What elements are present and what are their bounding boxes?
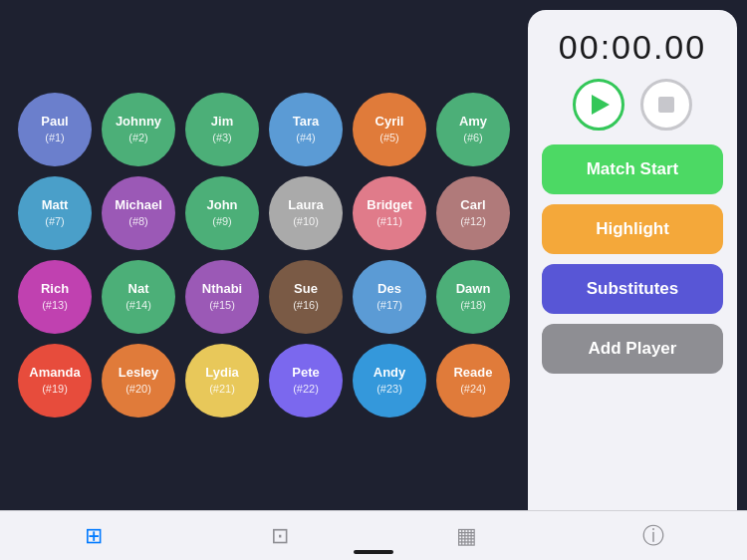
player-num-23: (#23) <box>376 382 402 396</box>
grid-tab-icon: ⊞ <box>85 525 103 547</box>
player-bubble-5[interactable]: Cyril(#5) <box>353 93 426 166</box>
player-name-22: Pete <box>292 365 319 382</box>
player-bubble-19[interactable]: Amanda(#19) <box>18 344 92 418</box>
player-bubble-24[interactable]: Reade(#24) <box>436 344 510 418</box>
player-bubble-18[interactable]: Dawn(#18) <box>436 260 510 334</box>
main-area: Paul(#1)Johnny(#2)Jim(#3)Tara(#4)Cyril(#… <box>0 0 747 510</box>
player-bubble-23[interactable]: Andy(#23) <box>353 344 426 418</box>
player-num-7: (#7) <box>45 214 65 228</box>
substitutes-button[interactable]: Substitutes <box>542 264 723 314</box>
player-name-21: Lydia <box>205 365 238 382</box>
player-bubble-2[interactable]: Johnny(#2) <box>102 93 175 166</box>
player-bubble-22[interactable]: Pete(#22) <box>269 344 343 418</box>
player-bubble-20[interactable]: Lesley(#20) <box>102 344 175 418</box>
player-name-10: Laura <box>288 197 323 214</box>
player-name-7: Matt <box>42 197 69 214</box>
player-name-5: Cyril <box>375 114 404 131</box>
player-num-21: (#21) <box>209 382 235 396</box>
player-num-14: (#14) <box>125 298 151 312</box>
player-name-16: Sue <box>294 281 318 298</box>
player-num-10: (#10) <box>293 214 319 228</box>
player-bubble-17[interactable]: Des(#17) <box>353 260 426 334</box>
player-num-24: (#24) <box>460 382 486 396</box>
player-num-16: (#16) <box>293 298 319 312</box>
chart-tab-icon: ▦ <box>456 525 477 547</box>
player-name-23: Andy <box>374 365 406 382</box>
player-bubble-13[interactable]: Rich(#13) <box>18 260 92 334</box>
player-num-15: (#15) <box>209 298 235 312</box>
player-name-9: John <box>206 197 237 214</box>
player-name-12: Carl <box>460 197 485 214</box>
player-name-11: Bridget <box>367 197 412 214</box>
player-num-8: (#8) <box>128 214 148 228</box>
player-bubble-4[interactable]: Tara(#4) <box>269 93 343 166</box>
player-grid-inner: Paul(#1)Johnny(#2)Jim(#3)Tara(#4)Cyril(#… <box>18 93 510 418</box>
player-num-4: (#4) <box>296 131 316 144</box>
player-name-20: Lesley <box>119 365 158 382</box>
player-name-17: Des <box>377 281 401 298</box>
player-bubble-3[interactable]: Jim(#3) <box>185 93 259 166</box>
player-num-20: (#20) <box>125 382 151 396</box>
tab-grid[interactable]: ⊞ <box>0 511 187 560</box>
player-num-3: (#3) <box>212 131 232 144</box>
player-num-11: (#11) <box>376 214 402 228</box>
tab-info[interactable]: ⓘ <box>561 511 748 560</box>
player-grid: Paul(#1)Johnny(#2)Jim(#3)Tara(#4)Cyril(#… <box>0 0 528 510</box>
player-name-1: Paul <box>41 114 68 131</box>
player-num-18: (#18) <box>460 298 486 312</box>
play-icon <box>592 95 610 115</box>
player-name-13: Rich <box>41 281 69 298</box>
tab-bar: ⊞ ⊡ ▦ ⓘ <box>0 510 747 560</box>
player-num-9: (#9) <box>212 214 232 228</box>
player-bubble-15[interactable]: Nthabi(#15) <box>185 260 259 334</box>
player-name-3: Jim <box>211 114 233 131</box>
info-tab-icon: ⓘ <box>642 525 664 547</box>
player-num-19: (#19) <box>42 382 68 396</box>
player-num-12: (#12) <box>460 214 486 228</box>
player-bubble-16[interactable]: Sue(#16) <box>269 260 343 334</box>
player-num-17: (#17) <box>376 298 402 312</box>
player-bubble-8[interactable]: Michael(#8) <box>102 176 175 250</box>
player-name-14: Nat <box>128 281 149 298</box>
player-bubble-12[interactable]: Carl(#12) <box>436 176 510 250</box>
tab-chart[interactable]: ▦ <box>374 511 561 560</box>
player-name-2: Johnny <box>116 114 161 131</box>
timer-controls <box>573 79 692 131</box>
player-num-1: (#1) <box>45 131 65 144</box>
play-button[interactable] <box>573 79 624 131</box>
player-name-6: Amy <box>459 114 487 131</box>
player-bubble-11[interactable]: Bridget(#11) <box>353 176 426 250</box>
player-bubble-1[interactable]: Paul(#1) <box>18 93 92 166</box>
player-bubble-9[interactable]: John(#9) <box>185 176 259 250</box>
player-bubble-6[interactable]: Amy(#6) <box>436 93 510 166</box>
stop-icon <box>658 97 674 113</box>
player-bubble-21[interactable]: Lydia(#21) <box>185 344 259 418</box>
player-num-6: (#6) <box>463 131 483 144</box>
add-player-button[interactable]: Add Player <box>542 324 723 374</box>
player-name-18: Dawn <box>456 281 491 298</box>
player-num-5: (#5) <box>379 131 399 144</box>
tab-card[interactable]: ⊡ <box>187 511 374 560</box>
player-name-4: Tara <box>293 114 320 131</box>
player-num-22: (#22) <box>293 382 319 396</box>
player-name-24: Reade <box>453 365 492 382</box>
match-start-button[interactable]: Match Start <box>542 144 723 194</box>
player-name-15: Nthabi <box>202 281 242 298</box>
timer-display: 00:00.00 <box>559 28 706 67</box>
player-bubble-10[interactable]: Laura(#10) <box>269 176 343 250</box>
player-num-2: (#2) <box>128 131 148 144</box>
highlight-button[interactable]: Highlight <box>542 204 723 254</box>
right-panel: 00:00.00 Match Start Highlight Substitut… <box>528 10 737 510</box>
player-name-8: Michael <box>115 197 162 214</box>
player-name-19: Amanda <box>29 365 80 382</box>
tab-indicator <box>354 550 393 554</box>
player-bubble-14[interactable]: Nat(#14) <box>102 260 175 334</box>
card-tab-icon: ⊡ <box>271 525 289 547</box>
player-num-13: (#13) <box>42 298 68 312</box>
stop-button[interactable] <box>640 79 692 131</box>
player-bubble-7[interactable]: Matt(#7) <box>18 176 92 250</box>
